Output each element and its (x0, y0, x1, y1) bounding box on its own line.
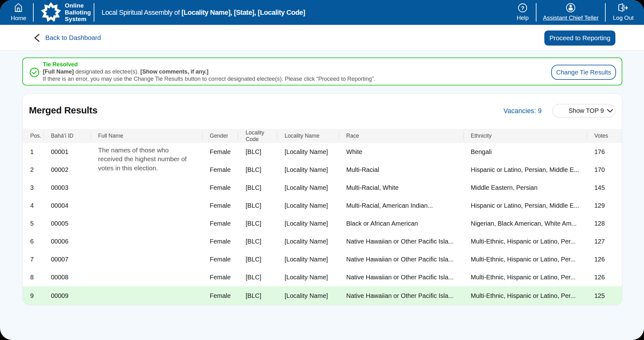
svg-text:?: ? (521, 5, 524, 11)
